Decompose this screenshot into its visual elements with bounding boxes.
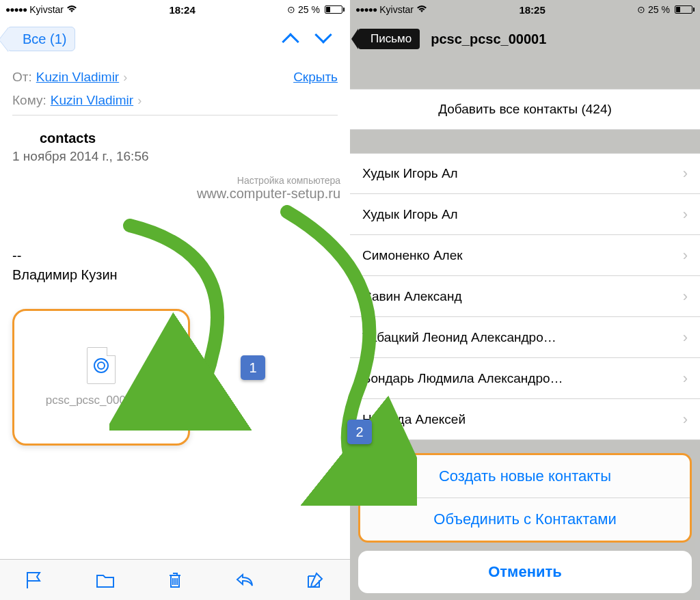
merge-label: Объединить с Контактами [433,510,616,528]
to-label: Кому: [12,93,46,108]
back-button[interactable]: Все (1) [7,27,75,51]
chevron-right-icon: › [683,247,688,264]
attachment-name: pcsc_pcsc_00001.vcf [46,394,157,407]
contact-name: Симоненко Алек [362,248,463,263]
back-label: Письмо [371,32,412,46]
flag-icon[interactable] [25,571,45,590]
chevron-right-icon: › [683,329,688,346]
folder-icon[interactable] [95,571,116,590]
chevron-right-icon: › [683,370,688,387]
alarm-icon: ⊙ [287,4,295,15]
to-value[interactable]: Kuzin Vladimir [51,93,133,108]
from-label: От: [12,70,32,85]
action-sheet: Создать новые контакты Объединить с Конт… [358,453,692,593]
step-badge-2: 2 [347,420,372,444]
alarm-icon: ⊙ [637,4,645,15]
battery-pct: 25 % [648,4,670,15]
contact-name: Бондарь Людмила Александро… [362,371,563,386]
cancel-label: Отменить [488,563,562,581]
from-value[interactable]: Kuzin Vladimir [36,70,119,85]
attachment-tile[interactable]: pcsc_pcsc_00001.vcf [12,309,190,446]
chevron-right-icon: › [683,288,688,305]
divider [12,115,338,115]
hide-button[interactable]: Скрыть [293,70,338,85]
mail-toolbar [0,559,350,600]
contact-row[interactable]: Табацкий Леонид Александро…› [350,317,700,358]
battery-icon [673,5,695,14]
next-message-button[interactable] [314,26,332,43]
contact-row[interactable]: Савин Александ› [350,276,700,317]
chevron-right-icon: › [123,70,127,85]
contact-row[interactable]: Худык Игорь Ал› [350,194,700,235]
phone-left: ●●●●● Kyivstar 18:24 ⊙ 25 % Все (1) От: … [0,0,350,600]
battery-pct: 25 % [298,4,320,15]
status-bar: ●●●●● Kyivstar 18:24 ⊙ 25 % [0,0,350,19]
signal-dots-icon: ●●●●● [5,5,27,14]
add-all-contacts-button[interactable]: Добавить все контакты (424) [350,89,700,130]
watermark-line2: www.computer-setup.ru [197,186,340,202]
wifi-icon [66,4,77,15]
trash-icon[interactable] [165,571,185,590]
vcf-file-icon [87,347,116,384]
contact-name: Нищида Алексей [362,412,466,427]
battery-icon [323,5,345,14]
chevron-right-icon: › [683,411,688,428]
carrier-label: Kyivstar [379,4,414,15]
watermark-line1: Настройка компьютера [197,175,340,186]
step-badge-1: 1 [241,355,265,380]
chevron-right-icon: › [683,206,688,223]
back-label: Все (1) [23,31,66,47]
action-sheet-group: Создать новые контакты Объединить с Конт… [358,453,692,543]
wifi-icon [416,4,427,15]
chevron-right-icon: › [137,94,142,108]
cancel-button[interactable]: Отменить [358,551,692,593]
subject: contacts [12,131,338,146]
mail-body: -- Владимир Кузин [0,232,350,298]
back-button[interactable]: Письмо [358,29,420,49]
create-new-contacts-button[interactable]: Создать новые контакты [360,455,690,497]
contact-name: Худык Игорь Ал [362,207,458,222]
signature: Владимир Кузин [12,265,338,284]
page-title: pcsc_pcsc_00001 [431,31,546,47]
contact-row[interactable]: Бондарь Людмила Александро…› [350,358,700,399]
add-all-label: Добавить все контакты (424) [438,102,612,117]
contact-row[interactable]: Симоненко Алек› [350,235,700,276]
carrier-label: Kyivstar [29,4,64,15]
status-time: 18:25 [519,4,545,16]
contact-row[interactable]: Худык Игорь Ал› [350,153,700,194]
watermark: Настройка компьютера www.computer-setup.… [197,175,340,202]
contact-list: Худык Игорь Ал›Худык Игорь Ал›Симоненко … [350,153,700,440]
contact-name: Савин Александ [362,289,461,304]
prev-message-button[interactable] [282,33,299,50]
contact-row[interactable]: Нищида Алексей› [350,399,700,440]
nav-bar: Все (1) [0,19,350,59]
phone-right: ●●●●● Kyivstar 18:25 ⊙ 25 % Письмо pcsc_… [350,0,700,600]
signal-dots-icon: ●●●●● [355,5,377,14]
contact-name: Табацкий Леонид Александро… [362,330,556,345]
contact-icon [94,358,109,373]
create-label: Создать новые контакты [439,467,611,485]
status-time: 18:24 [169,4,195,16]
nav-bar: Письмо pcsc_pcsc_00001 [350,19,700,59]
mail-header: От: Kuzin Vladimir › Скрыть Кому: Kuzin … [0,59,350,128]
subject-block: contacts 1 ноября 2014 г., 16:56 [0,128,350,171]
mail-date: 1 ноября 2014 г., 16:56 [12,149,338,164]
chevron-right-icon: › [683,165,688,182]
separator-line: -- [12,246,338,265]
reply-icon[interactable] [234,571,255,590]
merge-contacts-button[interactable]: Объединить с Контактами [360,498,690,541]
status-bar: ●●●●● Kyivstar 18:25 ⊙ 25 % [350,0,700,19]
contact-name: Худык Игорь Ал [362,166,458,181]
compose-icon[interactable] [305,571,325,590]
